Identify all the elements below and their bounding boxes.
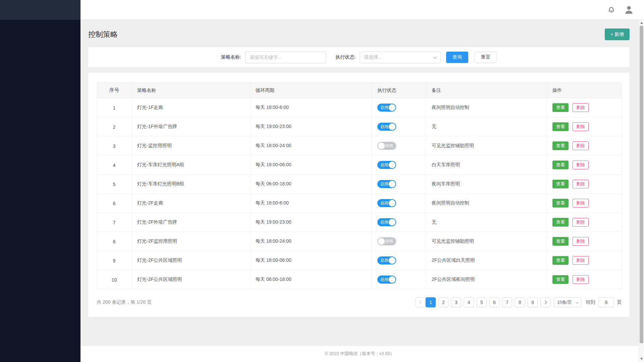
goto-page-input[interactable] — [598, 297, 614, 307]
status-toggle-knob — [389, 162, 395, 168]
strategy-name-input[interactable] — [245, 51, 326, 63]
row-index: 10 — [97, 270, 132, 289]
delete-button[interactable]: 删除 — [573, 237, 589, 246]
exec-status-cell: 启用 — [372, 270, 426, 289]
status-toggle[interactable]: 启用 — [377, 104, 396, 112]
status-toggle[interactable]: 启用 — [377, 123, 396, 131]
page-size-select[interactable]: 10条/页 — [554, 297, 581, 307]
exec-status-cell: 启用 — [372, 213, 426, 232]
view-button[interactable]: 查看 — [552, 256, 569, 265]
vertical-scrollbar[interactable] — [639, 20, 644, 362]
status-toggle[interactable]: 启用 — [377, 180, 396, 188]
status-toggle-label: 启用 — [380, 218, 388, 226]
scroll-up-arrow-icon[interactable] — [640, 22, 643, 24]
remark-cell: 夜间照明自动控制 — [426, 98, 547, 117]
page-footer: © 2023 中国电信（版本号：v3.50） — [80, 346, 639, 362]
status-toggle[interactable]: 启用 — [377, 218, 396, 226]
delete-button[interactable]: 删除 — [573, 275, 589, 284]
page-button-4[interactable]: 4 — [464, 297, 474, 307]
chevron-right-icon — [543, 300, 547, 304]
status-toggle[interactable]: 启用 — [377, 256, 396, 264]
exec-status-label: 执行状态: — [335, 54, 356, 60]
status-toggle[interactable]: 启用 — [377, 276, 396, 284]
delete-button[interactable]: 删除 — [573, 180, 589, 188]
view-button[interactable]: 查看 — [552, 199, 569, 207]
exec-status-select[interactable]: 请选择… — [360, 51, 441, 63]
strategy-table: 序号 策略名称 循环周期 执行状态 备注 操作 1 灯光-1F走廊 每天 18:… — [97, 82, 622, 289]
status-toggle-label: 启用 — [380, 123, 388, 131]
remark-cell: 无 — [426, 117, 547, 136]
delete-button[interactable]: 删除 — [573, 103, 589, 112]
search-button[interactable]: 查询 — [446, 52, 468, 63]
page-button-5[interactable]: 5 — [477, 297, 487, 307]
strategy-name-label: 策略名称: — [221, 54, 241, 60]
delete-button[interactable]: 删除 — [573, 161, 589, 169]
status-toggle-label: 启用 — [380, 104, 388, 112]
exec-status-cell: 停用 — [372, 136, 426, 156]
reset-button[interactable]: 重置 — [475, 52, 497, 63]
view-button[interactable]: 查看 — [552, 180, 569, 188]
cycle-period-cell: 每天 19:00-23:00 — [250, 213, 372, 232]
operations-cell: 查看 删除 — [547, 251, 622, 270]
add-button[interactable]: + 新增 — [605, 28, 630, 40]
exec-status-cell: 启用 — [372, 98, 426, 117]
status-toggle-knob — [389, 181, 395, 187]
status-toggle[interactable]: 启用 — [377, 161, 396, 169]
filter-panel: 策略名称: 执行状态: 请选择… 查询 重置 — [88, 47, 630, 67]
status-toggle-label: 启用 — [380, 199, 388, 207]
status-toggle-knob — [378, 142, 385, 149]
view-button[interactable]: 查看 — [552, 275, 569, 284]
status-toggle-label: 启用 — [380, 276, 388, 284]
col-exec-status: 执行状态 — [372, 83, 426, 98]
status-toggle[interactable]: 停用 — [377, 237, 396, 245]
page-button-2[interactable]: 2 — [438, 297, 448, 307]
pagination-bar: 共 200 条记录，第 1/20 页 123456789 10条/页 转到 页 — [97, 297, 622, 307]
sidebar-nav — [0, 0, 80, 362]
status-toggle-label: 停用 — [385, 142, 393, 150]
exec-status-cell: 启用 — [372, 251, 426, 270]
strategy-name-cell: 灯光-车库灯光照明A组 — [132, 156, 250, 175]
view-button[interactable]: 查看 — [552, 103, 569, 112]
delete-button[interactable]: 删除 — [573, 141, 589, 150]
delete-button[interactable]: 删除 — [573, 199, 589, 207]
status-toggle-label: 启用 — [380, 161, 388, 169]
notification-bell-icon[interactable] — [607, 6, 615, 14]
user-avatar-icon[interactable] — [624, 5, 634, 15]
status-toggle[interactable]: 停用 — [377, 142, 396, 150]
delete-button[interactable]: 删除 — [573, 122, 589, 131]
view-button[interactable]: 查看 — [552, 218, 569, 227]
goto-label: 转到 — [586, 299, 595, 305]
cycle-period-cell: 每天 18:00-06:00 — [250, 156, 372, 175]
page-button-6[interactable]: 6 — [489, 297, 499, 307]
row-index: 3 — [97, 136, 132, 156]
scrollbar-thumb[interactable] — [640, 26, 643, 343]
operations-cell: 查看 删除 — [547, 175, 622, 194]
prev-page-button[interactable] — [416, 297, 426, 307]
page-button-3[interactable]: 3 — [451, 297, 461, 307]
page-button-8[interactable]: 8 — [515, 297, 525, 307]
table-header-row: 序号 策略名称 循环周期 执行状态 备注 操作 — [97, 83, 622, 98]
view-button[interactable]: 查看 — [552, 237, 569, 246]
delete-button[interactable]: 删除 — [573, 218, 589, 227]
strategy-name-cell: 灯光-2F监控用照明 — [132, 232, 250, 251]
view-button[interactable]: 查看 — [552, 141, 569, 150]
chevron-left-icon — [419, 300, 423, 304]
scroll-down-arrow-icon[interactable] — [640, 358, 643, 360]
next-page-button[interactable] — [540, 297, 550, 307]
view-button[interactable]: 查看 — [552, 161, 569, 169]
table-panel: 序号 策略名称 循环周期 执行状态 备注 操作 1 灯光-1F走廊 每天 18:… — [88, 73, 630, 317]
page-button-9[interactable]: 9 — [528, 297, 538, 307]
remark-cell: 2F公共区域夜间照明 — [426, 270, 547, 289]
page-button-7[interactable]: 7 — [502, 297, 512, 307]
view-button[interactable]: 查看 — [552, 122, 569, 131]
status-toggle[interactable]: 启用 — [377, 199, 396, 207]
status-toggle-knob — [389, 276, 395, 283]
remark-cell: 夜间车库照明 — [426, 175, 547, 194]
strategy-name-cell: 灯光-1F外墙广告牌 — [132, 117, 250, 136]
page-button-1[interactable]: 1 — [426, 297, 436, 307]
logo-area — [0, 0, 80, 20]
status-toggle-label: 停用 — [385, 237, 393, 245]
table-row: 9 灯光-2F公共区域照明 每天 18:00-06:00 启用 2F公共区域白天… — [97, 251, 622, 270]
delete-button[interactable]: 删除 — [573, 256, 589, 265]
exec-status-cell: 启用 — [372, 194, 426, 213]
